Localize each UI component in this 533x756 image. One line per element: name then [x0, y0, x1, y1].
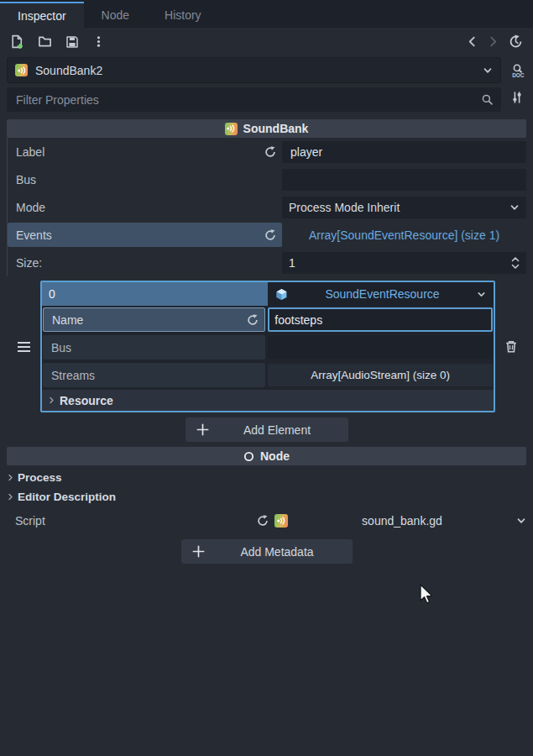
property-mode-name: Mode	[16, 201, 45, 214]
plus-icon	[196, 423, 209, 436]
array-element-0: 0 SoundEventResource Name	[7, 281, 526, 412]
new-resource-icon[interactable]	[10, 34, 24, 49]
property-label-name: Label	[16, 145, 44, 159]
revert-icon[interactable]	[257, 515, 269, 527]
element-name-label-cell[interactable]: Name	[43, 307, 265, 332]
filter-properties-input[interactable]	[14, 92, 481, 108]
edited-resource-name: SoundBank2	[35, 64, 475, 77]
extra-options-icon[interactable]	[92, 35, 105, 48]
drag-handle-icon[interactable]	[18, 342, 30, 352]
bus-field	[282, 169, 526, 191]
category-node-title: Node	[260, 449, 290, 463]
revert-icon[interactable]	[264, 146, 276, 158]
inspector-toolbar	[0, 28, 533, 55]
element-bus-input[interactable]	[273, 340, 488, 355]
element-index: 0	[49, 287, 55, 301]
chevron-right-icon	[7, 493, 14, 501]
element-editor-panel: 0 SoundEventResource Name	[40, 281, 495, 412]
property-row-script: Script sound_bank.gd	[0, 507, 533, 534]
script-icon	[274, 514, 288, 528]
property-row-bus: Bus	[8, 165, 533, 193]
property-events-name: Events	[16, 228, 52, 242]
revert-icon[interactable]	[264, 229, 276, 241]
save-resource-icon[interactable]	[65, 35, 79, 49]
mouse-cursor	[417, 584, 436, 607]
tab-history-label: History	[165, 8, 201, 22]
add-element-button[interactable]: Add Element	[186, 417, 348, 442]
chevron-down-icon	[477, 290, 486, 299]
history-icon[interactable]	[509, 34, 523, 49]
process-section-title: Process	[18, 471, 62, 484]
category-soundbank[interactable]: SoundBank	[7, 119, 526, 138]
chevron-down-icon	[483, 66, 493, 76]
property-row-size: Size: 1	[8, 249, 533, 276]
streams-array-button[interactable]: Array[AudioStream] (size 0)	[268, 364, 493, 386]
element-resource-picker[interactable]: SoundEventResource	[268, 282, 494, 306]
property-script-name: Script	[15, 514, 45, 528]
category-soundbank-title: SoundBank	[243, 122, 309, 135]
label-field	[282, 141, 526, 163]
tune-icon[interactable]	[510, 91, 524, 104]
script-value: sound_bank.gd	[295, 514, 509, 528]
history-back-icon[interactable]	[467, 36, 478, 47]
inspector-side-strip: DOC	[501, 57, 533, 112]
size-spinbox[interactable]: 1	[282, 252, 526, 274]
revert-icon[interactable]	[247, 314, 259, 326]
process-section-fold[interactable]: Process	[0, 468, 533, 487]
element-bus-label: Bus	[51, 341, 71, 354]
mode-dropdown[interactable]: Process Mode Inherit	[282, 197, 526, 218]
chevron-down-icon	[516, 516, 526, 526]
chevron-right-icon	[7, 474, 14, 481]
chevron-down-icon	[509, 202, 520, 213]
tab-inspector-label: Inspector	[18, 9, 66, 23]
filter-properties-box	[7, 87, 501, 112]
element-row-bus: Bus	[42, 333, 494, 361]
plus-icon	[192, 545, 205, 558]
edited-resource-picker[interactable]: SoundBank2	[7, 57, 501, 83]
resource-section-title: Resource	[60, 394, 113, 407]
element-index-cell[interactable]: 0	[42, 282, 268, 306]
add-element-label: Add Element	[217, 423, 337, 437]
label-input[interactable]	[289, 144, 520, 160]
add-metadata-label: Add Metadata	[213, 545, 342, 559]
size-value: 1	[289, 256, 295, 270]
property-row-events: Events Array[SoundEventResource] (size 1…	[8, 223, 526, 247]
element-streams-label: Streams	[51, 369, 95, 382]
history-forward-icon[interactable]	[488, 36, 499, 47]
open-docs-icon[interactable]: DOC	[509, 63, 525, 78]
search-icon	[481, 93, 494, 106]
load-resource-icon[interactable]	[38, 34, 52, 49]
events-array-button[interactable]: Array[SoundEventResource] (size 1)	[282, 228, 526, 242]
property-bus-name: Bus	[16, 173, 36, 186]
dock-tab-bar: Inspector Node History	[0, 0, 533, 28]
element-name-label: Name	[52, 313, 83, 327]
tab-inspector[interactable]: Inspector	[0, 2, 84, 28]
element-bus-field	[268, 336, 493, 359]
editor-description-section-fold[interactable]: Editor Description	[0, 487, 533, 507]
events-selected-label[interactable]: Events	[8, 223, 282, 247]
element-row-streams: Streams Array[AudioStream] (size 0)	[42, 361, 494, 389]
add-metadata-button[interactable]: Add Metadata	[181, 539, 353, 564]
category-node[interactable]: Node	[7, 447, 526, 465]
script-dropdown[interactable]: sound_bank.gd	[274, 514, 526, 528]
property-row-mode: Mode Process Mode Inherit	[8, 193, 533, 221]
node-circle-icon	[243, 451, 254, 462]
tab-node[interactable]: Node	[84, 2, 147, 28]
object-cube-icon	[275, 288, 288, 301]
bus-input[interactable]	[289, 172, 520, 187]
element-name-input[interactable]	[268, 307, 493, 332]
element-row-name: Name	[42, 306, 494, 333]
svg-text:DOC: DOC	[512, 72, 525, 78]
inspector-header-rows: SoundBank2 DOC	[0, 57, 533, 112]
delete-icon[interactable]	[504, 339, 518, 354]
property-size-name: Size:	[16, 256, 42, 270]
mode-dropdown-value: Process Mode Inherit	[289, 201, 400, 214]
soundbank-icon	[225, 123, 238, 135]
chevron-right-icon	[48, 396, 55, 404]
resource-section-fold[interactable]: Resource	[42, 390, 494, 411]
spinner-arrows-icon[interactable]	[511, 257, 520, 269]
element-resource-type: SoundEventResource	[293, 287, 472, 301]
soundbank-icon	[15, 64, 28, 76]
editor-description-section-title: Editor Description	[18, 491, 116, 503]
tab-history[interactable]: History	[147, 2, 219, 28]
